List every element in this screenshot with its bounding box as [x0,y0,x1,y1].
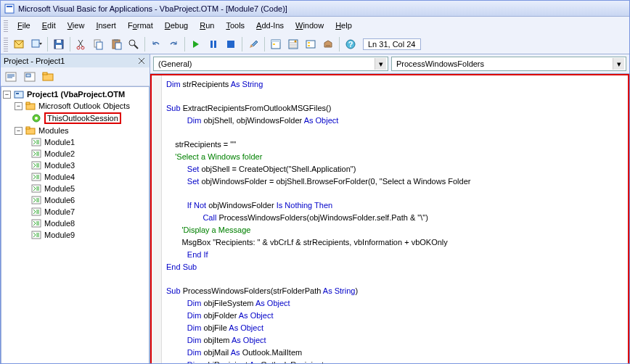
tree-module-module3[interactable]: Module3 [1,160,149,171]
save-button[interactable] [51,36,67,52]
menu-window[interactable]: Window [290,20,329,31]
session-icon [30,113,42,123]
svg-rect-20 [273,44,275,45]
menu-format[interactable]: Format [123,20,158,31]
svg-point-38 [35,117,38,120]
help-button[interactable]: ? [343,36,359,52]
menu-tools[interactable]: Tools [221,20,250,31]
design-mode-button[interactable] [245,36,261,52]
sep [184,37,185,51]
svg-rect-23 [306,41,315,48]
module-icon [30,183,42,194]
module-icon [30,195,42,205]
tree-folder-outlook-objects[interactable]: − Microsoft Outlook Objects [1,100,149,112]
sep [144,37,145,51]
toggle-folders-button[interactable] [40,69,57,85]
svg-rect-36 [26,102,30,104]
tree-label: Module6 [44,196,75,204]
svg-rect-10 [97,42,102,49]
module-icon [30,160,42,170]
tree-folder-modules[interactable]: − Modules [1,125,149,136]
view-outlook-button[interactable] [11,36,27,52]
svg-rect-28 [6,73,16,81]
svg-rect-15 [210,41,213,48]
tree-label-highlighted: ThisOutlookSession [44,112,121,124]
panel-close-button[interactable] [136,56,147,66]
undo-button[interactable] [148,36,164,52]
svg-point-14 [129,40,135,46]
tree-label: Module2 [44,149,75,158]
sep [339,37,340,51]
redo-button[interactable] [165,36,181,52]
menu-addins[interactable]: Add-Ins [251,20,289,31]
tree-module-module9[interactable]: Module9 [1,229,149,241]
tree-label: Module1 [44,138,75,146]
menu-view[interactable]: View [62,20,90,31]
svg-rect-12 [114,39,118,41]
chevron-down-icon: ▾ [375,58,386,70]
project-tree[interactable]: − Project1 (VbaProject.OTM − Microsoft O… [1,86,150,364]
module-icon [30,149,42,159]
collapse-icon[interactable]: − [15,127,22,135]
view-object-button[interactable] [21,69,38,85]
tree-label: Module8 [44,219,75,228]
workspace: Project - Project1 − Project1 (VbaProjec… [1,54,629,364]
code-editor[interactable]: Dim strRecipients As String Sub ExtractR… [150,74,629,364]
menu-file[interactable]: File [12,20,36,31]
project-explorer-button[interactable] [268,36,284,52]
menu-run[interactable]: Run [195,20,219,31]
svg-rect-34 [16,93,19,94]
project-panel-title: Project - Project1 [4,57,65,65]
svg-text:?: ? [348,40,353,49]
project-explorer-panel: Project - Project1 − Project1 (VbaProjec… [1,54,150,364]
tree-module-module5[interactable]: Module5 [1,183,149,194]
tree-label: Project1 (VbaProject.OTM [27,90,125,99]
collapse-icon[interactable]: − [15,102,22,110]
find-button[interactable] [126,36,142,52]
insert-dropdown[interactable] [28,36,44,52]
sep [47,37,48,51]
cursor-position: Ln 31, Col 24 [363,38,421,50]
svg-rect-0 [5,4,14,13]
svg-rect-30 [26,74,30,77]
break-button[interactable] [205,36,221,52]
reset-button[interactable] [223,36,239,52]
module-icon [30,172,42,182]
dropdown-value: ProcessWindowsFolders [396,59,484,68]
view-code-button[interactable] [2,69,20,85]
toolbox-button[interactable] [320,36,336,52]
tree-module-module8[interactable]: Module8 [1,218,149,229]
toolbar-grip [4,37,8,51]
svg-rect-3 [32,40,39,47]
tree-module-module6[interactable]: Module6 [1,194,149,206]
procedure-dropdown[interactable]: ProcessWindowsFolders ▾ [391,57,626,71]
menu-edit[interactable]: Edit [37,20,61,31]
tree-label: Module7 [44,207,75,216]
svg-point-22 [295,40,297,42]
object-dropdown[interactable]: (General) ▾ [153,57,388,71]
copy-button[interactable] [91,36,107,52]
cut-button[interactable] [73,36,89,52]
collapse-icon[interactable]: − [3,91,11,99]
toolbar: ? Ln 31, Col 24 [1,34,629,54]
properties-button[interactable] [285,36,301,52]
tree-module-module2[interactable]: Module2 [1,148,149,160]
menu-help[interactable]: Help [330,20,357,31]
tree-project-root[interactable]: − Project1 (VbaProject.OTM [1,88,149,100]
object-browser-button[interactable] [303,36,319,52]
app-icon [4,3,15,15]
menu-insert[interactable]: Insert [91,20,121,31]
tree-module-module7[interactable]: Module7 [1,206,149,218]
tree-module-module1[interactable]: Module1 [1,136,149,148]
menu-debug[interactable]: Debug [160,20,193,31]
tree-label: Module5 [44,184,75,193]
code-gutter [152,75,162,363]
run-button[interactable] [188,36,204,52]
menu-bar: File Edit View Insert Format Debug Run T… [1,17,629,34]
tree-module-module4[interactable]: Module4 [1,171,149,183]
module-icon [30,207,42,217]
tree-this-outlook-session[interactable]: ThisOutlookSession [1,112,149,125]
sep [264,37,265,51]
paste-button[interactable] [108,36,124,52]
folder-icon [25,125,36,136]
